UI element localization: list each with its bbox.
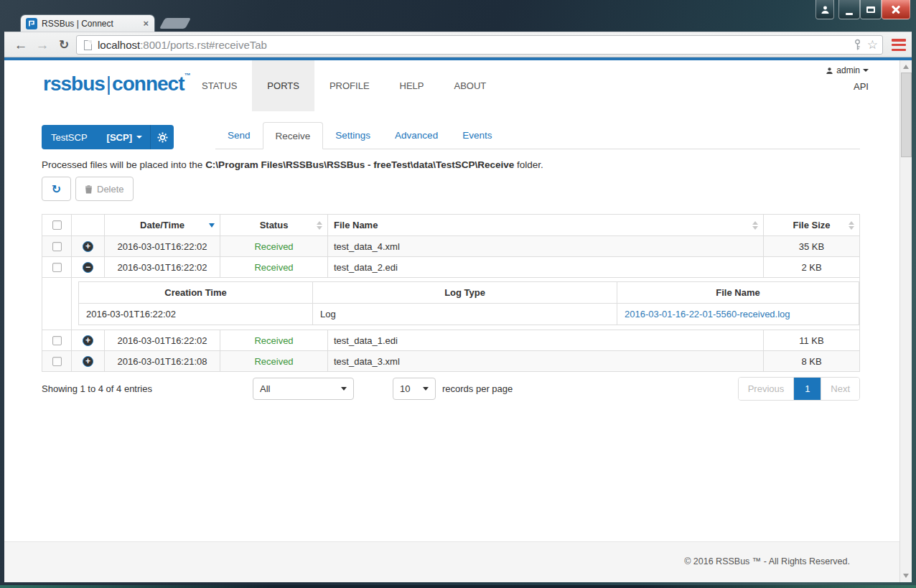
log-table-row: 2016-03-01T16:22:02 Log 2016-03-01-16-22…: [79, 304, 859, 325]
browser-tab[interactable]: RSSBus | Connect ×: [20, 14, 155, 32]
tab-settings[interactable]: Settings: [323, 122, 383, 149]
browser-menu-icon[interactable]: [892, 39, 906, 51]
person-icon: [821, 5, 830, 14]
profile-window-button[interactable]: [815, 0, 834, 19]
entries-summary: Showing 1 to 4 of 4 entries: [42, 383, 214, 394]
scrollbar-thumb[interactable]: [901, 73, 912, 157]
page-size-select[interactable]: 10: [393, 378, 436, 400]
address-bar[interactable]: localhost:8001/ports.rst#receiveTab ☆: [76, 35, 883, 55]
page-security-icon[interactable]: [84, 40, 92, 50]
page-size-value: 10: [400, 383, 410, 394]
col-creation-time: Creation Time: [79, 282, 313, 304]
row-checkbox[interactable]: [52, 357, 62, 366]
col-filesize[interactable]: File Size: [764, 215, 860, 236]
page-1-button[interactable]: 1: [794, 378, 821, 400]
nav-status[interactable]: STATUS: [187, 60, 252, 111]
app-header: rssbus|connect™ STATUS PORTS PROFILE HEL…: [4, 60, 912, 111]
cell-filename: test_data_3.xml: [328, 351, 764, 372]
col-filename[interactable]: File Name: [328, 215, 764, 236]
tab-receive[interactable]: Receive: [263, 122, 324, 149]
cell-filesize: 8 KB: [764, 351, 860, 372]
nav-ports[interactable]: PORTS: [252, 60, 314, 111]
receive-folder-description: Processed files will be placed into the …: [42, 159, 860, 170]
col-status[interactable]: Status: [220, 215, 328, 236]
port-selector[interactable]: TestSCP [SCP]: [42, 125, 174, 149]
nav-help[interactable]: HELP: [385, 60, 439, 111]
page-content: rssbus|connect™ STATUS PORTS PROFILE HEL…: [4, 57, 912, 582]
chevron-down-icon: [136, 136, 142, 139]
expand-row-icon[interactable]: +: [83, 356, 93, 367]
reload-button[interactable]: ↻: [55, 35, 73, 55]
delete-button[interactable]: Delete: [75, 177, 134, 201]
cell-status: Received: [220, 236, 328, 257]
tab-send[interactable]: Send: [215, 122, 263, 149]
expand-row-icon[interactable]: +: [83, 335, 93, 346]
select-all-header: [42, 215, 72, 236]
chevron-down-icon: [863, 69, 869, 72]
tab-close-icon[interactable]: ×: [141, 19, 150, 28]
table-row: − 2016-03-01T16:22:02 Received test_data…: [42, 257, 860, 278]
minimize-button[interactable]: [838, 0, 860, 19]
api-link[interactable]: API: [854, 81, 869, 92]
refresh-button[interactable]: ↻: [42, 177, 71, 201]
log-table-header-row: Creation Time Log Type File Name: [79, 282, 859, 304]
chevron-down-icon: [341, 387, 347, 391]
select-all-checkbox[interactable]: [52, 220, 62, 230]
sort-icon[interactable]: [752, 221, 758, 230]
port-type: [SCP]: [107, 132, 132, 143]
row-checkbox[interactable]: [52, 336, 62, 345]
cell-datetime: 2016-03-01T16:22:02: [105, 330, 220, 351]
user-menu[interactable]: admin: [826, 65, 869, 75]
col-log-filename: File Name: [617, 282, 859, 304]
receive-folder-path: C:\Program Files\RSSBus\RSSBus - freeTes…: [205, 159, 514, 170]
tab-advanced[interactable]: Advanced: [383, 122, 450, 149]
next-page-button[interactable]: Next: [821, 378, 859, 400]
collapse-row-icon[interactable]: −: [83, 262, 93, 273]
sort-icon[interactable]: [317, 221, 322, 230]
scroll-down-icon[interactable]: [903, 574, 909, 578]
cell-log-type: Log: [313, 304, 617, 325]
row-checkbox[interactable]: [52, 263, 62, 272]
close-window-button[interactable]: [882, 0, 910, 19]
chevron-down-icon: [423, 387, 429, 391]
table-row: + 2016-03-01T16:21:08 Received test_data…: [42, 351, 860, 372]
table-row: + 2016-03-01T16:22:02 Received test_data…: [42, 236, 860, 257]
log-detail-table: Creation Time Log Type File Name 2016-03…: [78, 281, 859, 325]
cell-filename: test_data_1.edi: [328, 330, 764, 351]
row-checkbox[interactable]: [52, 242, 62, 251]
port-settings-button[interactable]: [150, 125, 174, 149]
log-file-link[interactable]: 2016-03-01-16-22-01-5560-received.log: [625, 309, 790, 319]
cell-status: Received: [220, 351, 328, 372]
cell-datetime: 2016-03-01T16:21:08: [105, 351, 220, 372]
tab-events[interactable]: Events: [450, 122, 504, 149]
status-filter-value: All: [260, 383, 270, 394]
sort-desc-icon[interactable]: [209, 223, 215, 228]
col-log-type: Log Type: [313, 282, 617, 304]
status-filter-select[interactable]: All: [253, 378, 354, 400]
close-icon: [891, 4, 901, 14]
sort-icon[interactable]: [849, 221, 854, 230]
back-button[interactable]: ←: [11, 35, 30, 55]
scroll-up-icon[interactable]: [903, 65, 909, 69]
maximize-button[interactable]: [860, 0, 882, 19]
bookmark-star-icon[interactable]: ☆: [867, 39, 878, 51]
expand-header: [72, 215, 105, 236]
nav-profile[interactable]: PROFILE: [314, 60, 385, 111]
vertical-scrollbar[interactable]: [899, 60, 912, 582]
cell-datetime: 2016-03-01T16:22:02: [105, 257, 220, 278]
key-icon[interactable]: [854, 39, 861, 51]
col-datetime[interactable]: Date/Time: [105, 215, 220, 236]
received-files-table: Date/Time Status File Name File Size + 2…: [42, 214, 860, 372]
rssbus-connect-logo[interactable]: rssbus|connect™: [43, 72, 190, 95]
cell-status: Received: [220, 257, 328, 278]
gear-icon: [157, 132, 168, 143]
previous-page-button[interactable]: Previous: [739, 378, 795, 400]
new-tab-button[interactable]: [159, 18, 191, 29]
url-host: localhost: [98, 39, 140, 51]
expand-row-icon[interactable]: +: [83, 241, 93, 252]
nav-about[interactable]: ABOUT: [439, 60, 502, 111]
user-icon: [826, 67, 833, 75]
forward-button[interactable]: →: [33, 35, 52, 55]
url-text[interactable]: localhost:8001/ports.rst#receiveTab: [98, 39, 267, 51]
cell-filesize: 11 KB: [764, 330, 860, 351]
